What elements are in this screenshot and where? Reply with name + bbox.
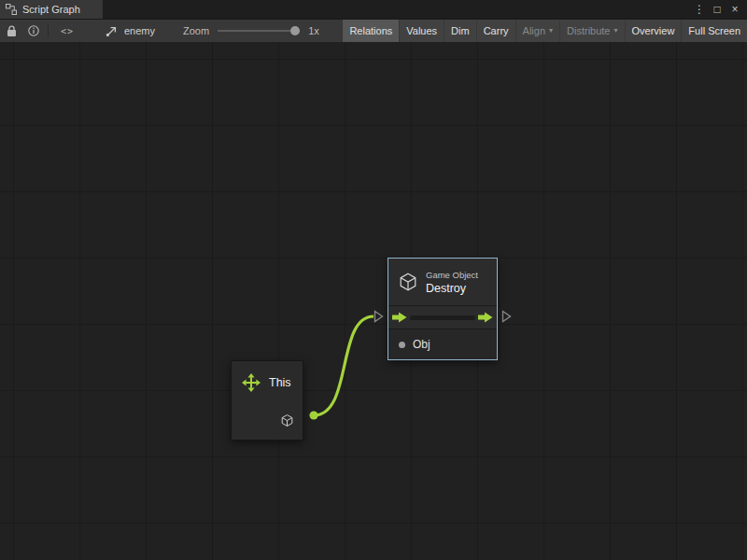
button-label: Align [523,25,545,36]
node-destroy[interactable]: Game Object Destroy Obj [388,258,498,360]
graph-asset-breadcrumb[interactable]: enemy [106,25,155,36]
titlebar: Script Graph ⋮ □ × [0,0,747,19]
chevron-down-icon: ▾ [549,27,553,35]
button-label: Relations [349,25,392,36]
destroy-node-header[interactable]: Game Object Destroy [388,259,497,305]
info-icon[interactable] [22,20,45,42]
flow-output-triangle[interactable] [501,310,512,323]
move-arrows-icon [242,373,261,392]
flow-out-arrow-icon[interactable] [478,312,493,323]
relations-button[interactable]: Relations [343,20,399,42]
obj-input-port-dot[interactable] [399,342,405,348]
this-node-header[interactable]: This [232,361,303,392]
node-title: Destroy [426,282,478,295]
graph-asset-name: enemy [124,25,155,36]
zoom-label: Zoom [183,25,209,36]
graph-tab-icon [6,4,17,15]
maximize-icon[interactable]: □ [710,0,725,19]
connection-wire[interactable] [314,316,374,415]
close-icon[interactable]: × [727,0,742,19]
node-category: Game Object [426,270,478,280]
zoom-value: 1x [308,25,319,36]
obj-port-label: Obj [413,338,430,351]
dim-button[interactable]: Dim [444,20,476,42]
button-label: Distribute [567,25,610,36]
toolbar-buttons: Relations Values Dim Carry Align ▾ Distr… [342,20,747,42]
zoom-control: Zoom 1x [183,25,319,36]
values-button[interactable]: Values [400,20,444,42]
tab-script-graph[interactable]: Script Graph [0,0,103,19]
destroy-flow-row [388,305,497,329]
button-label: Values [406,25,437,36]
flow-strip [410,315,475,320]
fullscreen-button[interactable]: Full Screen [682,20,747,42]
destroy-node-titles: Game Object Destroy [426,270,478,295]
align-dropdown[interactable]: Align ▾ [516,20,559,42]
this-output-port-dot[interactable] [309,411,317,419]
wires-layer [0,42,747,560]
distribute-dropdown[interactable]: Distribute ▾ [560,20,624,42]
zoom-slider-track[interactable] [218,30,300,32]
toolbar-separator [48,24,49,37]
button-label: Dim [451,25,470,36]
graph-toolbar: <> enemy Zoom 1x Relations Values Dim Ca… [0,19,747,42]
node-title: This [269,376,291,389]
chevron-down-icon: ▾ [614,27,618,35]
graph-asset-icon [106,26,119,36]
code-toggle-icon[interactable]: <> [51,26,83,36]
flow-in-arrow-icon[interactable] [392,312,407,323]
carry-button[interactable]: Carry [477,20,515,42]
titlebar-controls: ⋮ □ × [692,0,747,19]
button-label: Overview [632,25,675,36]
this-output-cube-icon[interactable] [280,413,294,427]
graph-canvas[interactable]: Game Object Destroy Obj [0,42,747,560]
script-graph-window: Script Graph ⋮ □ × <> enemy Zoom [0,0,747,560]
overview-button[interactable]: Overview [626,20,682,42]
lock-icon[interactable] [0,20,22,42]
flow-input-triangle[interactable] [374,310,384,323]
kebab-menu-icon[interactable]: ⋮ [692,0,707,19]
zoom-slider[interactable] [218,26,300,35]
destroy-obj-port-row: Obj [388,329,497,359]
button-label: Full Screen [688,25,740,36]
game-object-cube-icon [398,272,418,292]
button-label: Carry [484,25,509,36]
tab-title: Script Graph [22,4,80,15]
zoom-slider-knob[interactable] [290,26,300,35]
node-this[interactable]: This [231,360,303,441]
